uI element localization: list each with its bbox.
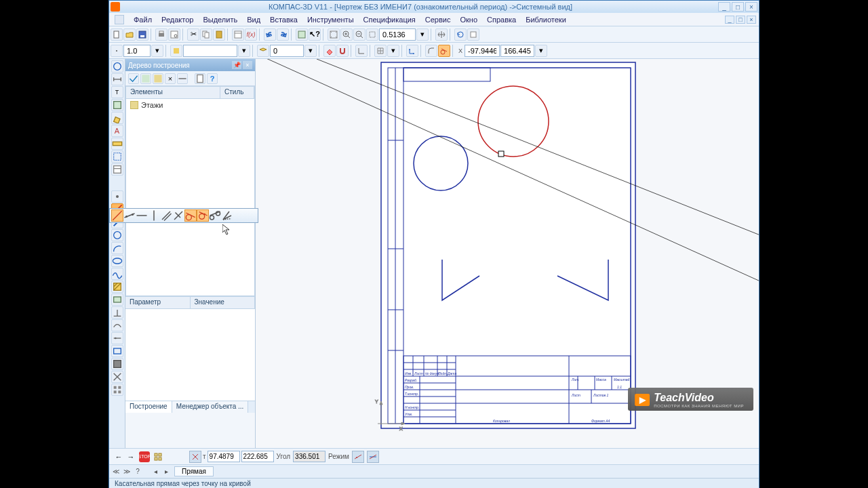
grid-dropdown-icon[interactable]: ▾: [387, 45, 399, 57]
tab-first-icon[interactable]: ≪: [111, 466, 121, 477]
pan-icon[interactable]: [435, 28, 448, 41]
variables-icon[interactable]: f(x): [245, 28, 257, 41]
zoom-window-icon[interactable]: [366, 28, 378, 41]
obj-icon-2[interactable]: [111, 306, 123, 319]
prop-fwd-icon[interactable]: →: [125, 451, 136, 462]
tangent-active-icon[interactable]: [438, 45, 450, 57]
layer-icon[interactable]: [257, 45, 269, 57]
zoom-input[interactable]: [379, 28, 416, 41]
tree-btn-1[interactable]: [128, 73, 139, 84]
obj-icon-3[interactable]: [111, 319, 123, 331]
paste-icon[interactable]: [213, 28, 225, 41]
measure-icon[interactable]: [111, 138, 123, 150]
state-dropdown-icon[interactable]: ▾: [238, 45, 250, 57]
tree-item[interactable]: Этажи: [130, 100, 250, 110]
aux-bisector-icon[interactable]: [221, 209, 233, 222]
menu-libs[interactable]: Библиотеки: [521, 14, 570, 25]
layer-input[interactable]: [270, 45, 304, 57]
zoom-fit-icon[interactable]: [328, 28, 340, 41]
minimize-button[interactable]: _: [718, 2, 730, 12]
menu-file[interactable]: Файл: [130, 14, 156, 25]
aux-perp-icon[interactable]: [172, 209, 184, 222]
mode-btn-1[interactable]: [352, 451, 364, 463]
panel-pin-icon[interactable]: 📌: [232, 61, 241, 69]
zoom-in-icon[interactable]: [340, 28, 353, 41]
tab-scroll-left-icon[interactable]: ◂: [150, 466, 161, 477]
aux-tangent-two-icon[interactable]: [209, 209, 221, 222]
menu-tools[interactable]: Инструменты: [303, 14, 358, 25]
geometry-icon[interactable]: [111, 60, 123, 73]
new-icon[interactable]: [111, 28, 123, 41]
menu-service[interactable]: Сервис: [421, 14, 455, 25]
zoom-dropdown-icon[interactable]: ▾: [416, 28, 429, 41]
rect-icon[interactable]: [111, 345, 123, 357]
drawing-area[interactable]: Изм. Лист № докум. Подп. Дата Разраб. Пр…: [256, 59, 759, 448]
layer-dropdown-icon[interactable]: ▾: [304, 45, 317, 57]
point-icon[interactable]: [111, 190, 123, 203]
prop-x-input[interactable]: [208, 451, 240, 462]
aux-tangent-ext-icon[interactable]: [184, 209, 197, 222]
copy-icon[interactable]: [200, 28, 212, 41]
system-menu-icon[interactable]: [115, 15, 124, 24]
panel-close-icon[interactable]: ×: [243, 61, 252, 69]
tree-btn-2[interactable]: [140, 73, 151, 84]
coord-y-input[interactable]: [500, 45, 534, 57]
prop-back-icon[interactable]: ←: [113, 451, 124, 462]
save-icon[interactable]: [136, 28, 149, 41]
prop-grid-icon[interactable]: [153, 451, 163, 462]
notation-icon[interactable]: T: [111, 86, 123, 98]
menu-help[interactable]: Справка: [483, 14, 520, 25]
circle-icon[interactable]: [111, 229, 123, 241]
aux-two-points-icon[interactable]: [123, 209, 136, 222]
scale-dropdown-icon[interactable]: ▾: [151, 45, 163, 57]
prop-y-input[interactable]: [241, 451, 274, 462]
mode-btn-2[interactable]: [367, 451, 379, 463]
obj-icon-6[interactable]: [111, 371, 123, 383]
states-icon[interactable]: [170, 45, 182, 57]
aux-horizontal-icon[interactable]: [136, 209, 148, 222]
coord-dropdown-icon[interactable]: ▾: [535, 45, 547, 57]
menu-insert[interactable]: Вставка: [266, 14, 302, 25]
aux-vertical-icon[interactable]: [148, 209, 160, 222]
params-icon[interactable]: A: [111, 125, 123, 137]
properties-icon[interactable]: [232, 28, 244, 41]
spline-icon[interactable]: [111, 268, 123, 280]
obj-icon-7[interactable]: [111, 384, 123, 396]
tree-btn-3[interactable]: [153, 73, 163, 84]
undo-icon[interactable]: [264, 28, 276, 41]
state-input[interactable]: [183, 45, 237, 57]
cut-icon[interactable]: ✂: [187, 28, 199, 41]
aux-tangent-point-icon[interactable]: [197, 209, 209, 222]
ellipse-icon[interactable]: [111, 255, 123, 267]
print-icon[interactable]: [155, 28, 167, 41]
maximize-button[interactable]: □: [732, 2, 744, 12]
prop-angle-input[interactable]: [293, 451, 326, 462]
doc-minimize-button[interactable]: _: [725, 16, 734, 24]
preview-icon[interactable]: [168, 28, 180, 41]
doc-restore-button[interactable]: □: [736, 16, 745, 24]
aux-parallel-icon[interactable]: [160, 209, 172, 222]
eraser-icon[interactable]: [323, 45, 336, 57]
round-icon[interactable]: [425, 45, 437, 57]
tree-btn-doc[interactable]: [195, 73, 205, 84]
doc-tab[interactable]: Прямая: [174, 466, 214, 476]
snap-icon[interactable]: [111, 45, 123, 57]
select-panel-icon[interactable]: [111, 150, 123, 163]
obj-icon-1[interactable]: [111, 293, 123, 306]
rebuild-icon[interactable]: [467, 28, 479, 41]
refresh-icon[interactable]: [454, 28, 467, 41]
grid-panel-icon[interactable]: [111, 99, 123, 111]
ortho-icon[interactable]: [355, 45, 368, 57]
menu-view[interactable]: Вид: [243, 14, 264, 25]
tree-btn-help[interactable]: ?: [207, 73, 218, 84]
hatch-icon[interactable]: [111, 281, 123, 293]
menu-spec[interactable]: Спецификация: [359, 14, 420, 25]
help-arrow-icon[interactable]: ↖?: [309, 28, 321, 41]
manager-icon[interactable]: [296, 28, 308, 41]
open-icon[interactable]: [123, 28, 136, 41]
lcs-icon[interactable]: [406, 45, 418, 57]
panel-tab-manager[interactable]: Менеджер объекта ...: [172, 401, 249, 413]
arc-icon[interactable]: [111, 242, 123, 254]
obj-icon-5[interactable]: [111, 358, 123, 370]
redo-icon[interactable]: [277, 28, 289, 41]
